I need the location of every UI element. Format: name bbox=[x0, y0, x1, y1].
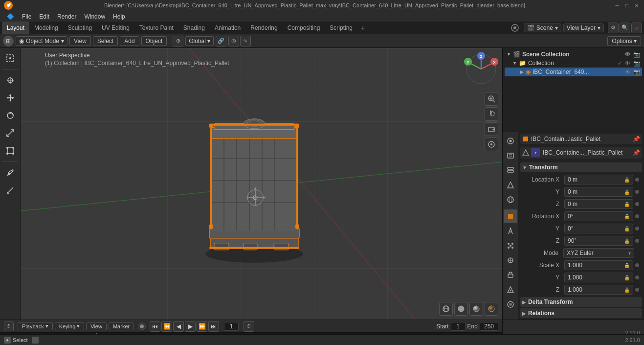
wireframe-shading-button[interactable] bbox=[439, 302, 453, 316]
scene-collection-visibility-icon[interactable]: 👁 bbox=[625, 51, 630, 57]
playback-button[interactable]: Playback ▾ bbox=[18, 322, 53, 330]
object-name-input[interactable]: IBC_Contain...lastic_Pallet bbox=[531, 136, 631, 142]
pin-data-button[interactable]: 📌 bbox=[633, 149, 640, 156]
menu-file[interactable]: File bbox=[18, 11, 35, 22]
view-layer-selector[interactable]: View Layer ▾ bbox=[563, 23, 604, 32]
object-button[interactable]: Object bbox=[141, 36, 167, 46]
tab-layout[interactable]: Layout bbox=[2, 22, 29, 34]
object-visibility-icon[interactable]: 👁 bbox=[625, 69, 630, 75]
mode-selector[interactable]: ◉ Object Mode ▾ bbox=[16, 36, 67, 46]
render-props-button[interactable] bbox=[504, 134, 517, 148]
object-render-icon[interactable]: 📷 bbox=[633, 69, 640, 75]
search-button[interactable]: 🔍 bbox=[620, 23, 630, 33]
constraints-props-button[interactable] bbox=[504, 268, 517, 282]
material-preview-button[interactable] bbox=[469, 302, 483, 316]
modifier-props-button[interactable] bbox=[504, 224, 517, 238]
rotation-y-keyframe-dot[interactable] bbox=[635, 227, 639, 230]
scene-selector[interactable]: 🎬 Scene ▾ bbox=[524, 23, 561, 32]
tab-modeling[interactable]: Modeling bbox=[29, 22, 63, 34]
rotation-z-value[interactable]: 90° 🔒 bbox=[564, 236, 633, 246]
collection-render-icon[interactable]: 📷 bbox=[633, 60, 640, 67]
end-frame-indicator[interactable]: 250 bbox=[480, 322, 498, 331]
menu-render[interactable]: Render bbox=[53, 11, 80, 22]
rendered-shading-button[interactable] bbox=[485, 302, 498, 316]
transform-button[interactable] bbox=[2, 142, 19, 159]
menu-blender[interactable]: 🔷 bbox=[3, 11, 18, 22]
rotate-button[interactable] bbox=[2, 107, 19, 124]
add-button[interactable]: Add bbox=[120, 36, 139, 46]
pin-object-button[interactable]: 📌 bbox=[633, 136, 640, 142]
location-y-value[interactable]: 0 m 🔒 bbox=[564, 187, 633, 197]
rotation-y-value[interactable]: 0° 🔒 bbox=[564, 224, 633, 233]
scale-z-keyframe-dot[interactable] bbox=[635, 288, 639, 292]
zoom-in-button[interactable] bbox=[485, 92, 498, 106]
scene-collection-render-icon[interactable]: 📷 bbox=[633, 51, 640, 58]
scale-z-value[interactable]: 1.000 🔒 bbox=[564, 285, 633, 295]
close-button[interactable]: ✕ bbox=[633, 2, 640, 9]
move-button[interactable] bbox=[2, 90, 19, 106]
tab-texture-paint[interactable]: Texture Paint bbox=[134, 22, 178, 34]
viewport-icon[interactable]: ⊞ bbox=[3, 36, 14, 46]
view-timeline-button[interactable]: View bbox=[86, 322, 107, 330]
rotation-x-value[interactable]: 0° 🔒 bbox=[564, 211, 633, 221]
rotation-z-keyframe-dot[interactable] bbox=[635, 239, 639, 243]
tab-sculpting[interactable]: Sculpting bbox=[63, 22, 97, 34]
rotation-x-lock-icon[interactable]: 🔒 bbox=[624, 214, 630, 219]
timeline-icon[interactable]: ⏱ bbox=[4, 322, 14, 331]
menu-window[interactable]: Window bbox=[80, 11, 109, 22]
delta-transform-section[interactable]: ▶ Delta Transform bbox=[520, 297, 642, 307]
view-layer-props-button[interactable] bbox=[504, 163, 517, 177]
start-frame-indicator[interactable]: 1 bbox=[451, 322, 466, 331]
window-controls[interactable]: ─ □ ✕ bbox=[614, 2, 640, 9]
measure-button[interactable] bbox=[2, 182, 19, 199]
tab-scripting[interactable]: Scripting bbox=[325, 22, 357, 34]
current-frame-indicator[interactable]: 1 bbox=[224, 322, 239, 331]
scale-x-lock-icon[interactable]: 🔒 bbox=[624, 263, 630, 268]
maximize-button[interactable]: □ bbox=[623, 2, 630, 9]
transform-section-header[interactable]: ▼ Transform bbox=[520, 162, 642, 172]
collection-item[interactable]: ▼ 📁 Collection ✓ 👁 📷 bbox=[505, 59, 642, 68]
scale-y-keyframe-dot[interactable] bbox=[635, 276, 639, 279]
marker-button[interactable]: Marker bbox=[109, 322, 134, 330]
camera-view-button[interactable] bbox=[485, 122, 498, 136]
collection-visibility-icon[interactable]: 👁 bbox=[625, 60, 630, 66]
particles-props-button[interactable] bbox=[504, 239, 517, 253]
jump-to-start-button[interactable]: ⏮ bbox=[150, 321, 160, 332]
location-z-value[interactable]: 0 m 🔒 bbox=[564, 199, 633, 209]
transform-orientation-selector[interactable]: Global ▾ bbox=[185, 36, 214, 46]
data-props-button[interactable] bbox=[504, 283, 517, 297]
scale-button[interactable] bbox=[2, 125, 19, 141]
rotation-z-lock-icon[interactable]: 🔒 bbox=[624, 238, 630, 244]
rotation-mode-selector[interactable]: XYZ Euler ▾ bbox=[563, 248, 634, 258]
scale-x-value[interactable]: 1.000 🔒 bbox=[564, 260, 633, 270]
rotation-x-keyframe-dot[interactable] bbox=[635, 214, 639, 218]
view-button[interactable]: View bbox=[69, 36, 91, 46]
scale-z-lock-icon[interactable]: 🔒 bbox=[624, 287, 630, 293]
scene-props-button[interactable] bbox=[504, 178, 517, 192]
output-props-button[interactable] bbox=[504, 149, 517, 162]
location-x-lock-icon[interactable]: 🔒 bbox=[624, 177, 630, 183]
tab-animation[interactable]: Animation bbox=[210, 22, 245, 34]
render-preview-button[interactable] bbox=[485, 138, 498, 151]
play-button[interactable]: ▶ bbox=[185, 321, 196, 332]
solid-shading-button[interactable] bbox=[454, 302, 468, 316]
menu-edit[interactable]: Edit bbox=[35, 11, 53, 22]
cursor-button[interactable] bbox=[2, 72, 19, 89]
sync-button[interactable]: ⏱ bbox=[244, 321, 254, 332]
proportional-edit-button[interactable]: ◎ bbox=[228, 36, 239, 46]
navigation-gizmo[interactable]: Z X Y bbox=[464, 52, 498, 86]
scale-y-lock-icon[interactable]: 🔒 bbox=[624, 275, 630, 280]
prev-keyframe-button[interactable]: ⏪ bbox=[161, 321, 172, 332]
minimize-button[interactable]: ─ bbox=[614, 2, 621, 9]
tab-compositing[interactable]: Compositing bbox=[283, 22, 325, 34]
next-keyframe-button[interactable]: ⏩ bbox=[197, 321, 207, 332]
select-box-button[interactable] bbox=[2, 50, 19, 67]
menu-help[interactable]: Help bbox=[109, 11, 129, 22]
tab-shading[interactable]: Shading bbox=[178, 22, 210, 34]
viewport-3d[interactable]: User Perspective (1) Collection | IBC_Co… bbox=[21, 48, 502, 320]
jump-to-end-button[interactable]: ⏭ bbox=[208, 321, 219, 332]
object-data-input[interactable]: IBC_Containe..._Plastic_Pallet bbox=[543, 149, 631, 156]
workspace-settings-button[interactable]: ⚙ bbox=[608, 23, 619, 33]
keying-button[interactable]: Keying ▾ bbox=[55, 322, 85, 330]
hand-tool-button[interactable] bbox=[485, 107, 498, 121]
